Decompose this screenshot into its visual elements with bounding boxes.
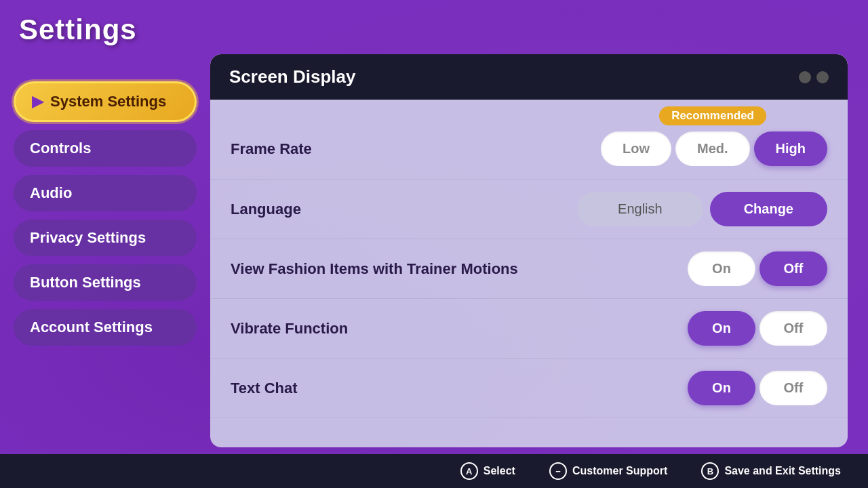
save-exit-label: Save and Exit Settings bbox=[724, 465, 841, 477]
recommended-row: Recommended bbox=[210, 100, 848, 125]
vibrate-label: Vibrate Function bbox=[231, 320, 688, 338]
fashion-items-control: On Off bbox=[688, 251, 827, 286]
sidebar: ▶ System Settings Controls Audio Privacy… bbox=[14, 14, 197, 447]
sidebar-item-label: Account Settings bbox=[30, 319, 153, 336]
frame-rate-control: Low Med. High bbox=[601, 131, 827, 166]
language-label: Language bbox=[231, 201, 577, 218]
language-control: English Change bbox=[577, 192, 827, 226]
text-chat-label: Text Chat bbox=[231, 380, 688, 397]
language-value: English bbox=[577, 192, 703, 226]
sidebar-item-label: Privacy Settings bbox=[30, 229, 146, 247]
fashion-items-label: View Fashion Items with Trainer Motions bbox=[231, 260, 688, 278]
sidebar-item-label: Controls bbox=[30, 140, 91, 157]
sidebar-item-privacy-settings[interactable]: Privacy Settings bbox=[14, 220, 197, 256]
frame-rate-med-btn[interactable]: Med. bbox=[675, 131, 750, 166]
sidebar-item-audio[interactable]: Audio bbox=[14, 175, 197, 211]
main-panel: Screen Display Recommended Frame Rate Lo… bbox=[210, 54, 848, 447]
sidebar-item-controls[interactable]: Controls bbox=[14, 130, 197, 167]
page-title: Settings bbox=[19, 14, 137, 46]
select-label: Select bbox=[484, 465, 515, 477]
frame-rate-label: Frame Rate bbox=[231, 140, 601, 158]
customer-support-label: Customer Support bbox=[572, 465, 667, 477]
frame-rate-low-btn[interactable]: Low bbox=[601, 131, 671, 166]
arrow-icon: ▶ bbox=[32, 93, 43, 110]
panel-header-icons bbox=[799, 71, 829, 83]
fashion-items-row: View Fashion Items with Trainer Motions … bbox=[210, 239, 848, 299]
main-layout: Settings ▶ System Settings Controls Audi… bbox=[0, 0, 868, 488]
panel-body: Recommended Frame Rate Low Med. High Lan… bbox=[210, 100, 848, 447]
panel-title: Screen Display bbox=[229, 66, 355, 87]
vibrate-row: Vibrate Function On Off bbox=[210, 299, 848, 359]
a-icon: A bbox=[460, 462, 478, 480]
text-chat-off-btn[interactable]: Off bbox=[760, 371, 827, 405]
sidebar-item-label: Button Settings bbox=[30, 274, 141, 291]
fashion-off-btn[interactable]: Off bbox=[760, 251, 827, 286]
frame-rate-row: Frame Rate Low Med. High bbox=[210, 125, 848, 180]
vibrate-on-btn[interactable]: On bbox=[688, 311, 755, 346]
sidebar-item-button-settings[interactable]: Button Settings bbox=[14, 264, 197, 301]
text-chat-row: Text Chat On Off bbox=[210, 359, 848, 418]
sidebar-item-label: System Settings bbox=[50, 93, 166, 110]
language-change-btn[interactable]: Change bbox=[710, 192, 827, 226]
customer-support-button[interactable]: − Customer Support bbox=[549, 462, 667, 480]
save-exit-button[interactable]: B Save and Exit Settings bbox=[701, 462, 841, 480]
recommended-badge: Recommended bbox=[659, 106, 766, 125]
content-area: Settings ▶ System Settings Controls Audi… bbox=[0, 0, 868, 454]
vibrate-control: On Off bbox=[688, 311, 827, 346]
frame-rate-high-btn[interactable]: High bbox=[754, 131, 827, 166]
text-chat-control: On Off bbox=[688, 371, 827, 405]
sidebar-item-account-settings[interactable]: Account Settings bbox=[14, 309, 197, 346]
b-icon: B bbox=[701, 462, 719, 480]
panel-dot-1 bbox=[799, 71, 811, 83]
panel-dot-2 bbox=[816, 71, 829, 83]
minus-icon: − bbox=[549, 462, 567, 480]
sidebar-item-label: Audio bbox=[30, 184, 72, 202]
panel-header: Screen Display bbox=[210, 54, 848, 100]
text-chat-on-btn[interactable]: On bbox=[688, 371, 755, 405]
fashion-on-btn[interactable]: On bbox=[688, 251, 755, 286]
vibrate-off-btn[interactable]: Off bbox=[760, 311, 827, 346]
sidebar-item-system-settings[interactable]: ▶ System Settings bbox=[14, 81, 197, 122]
bottom-bar: A Select − Customer Support B Save and E… bbox=[0, 454, 868, 488]
language-row: Language English Change bbox=[210, 180, 848, 239]
select-button[interactable]: A Select bbox=[460, 462, 515, 480]
